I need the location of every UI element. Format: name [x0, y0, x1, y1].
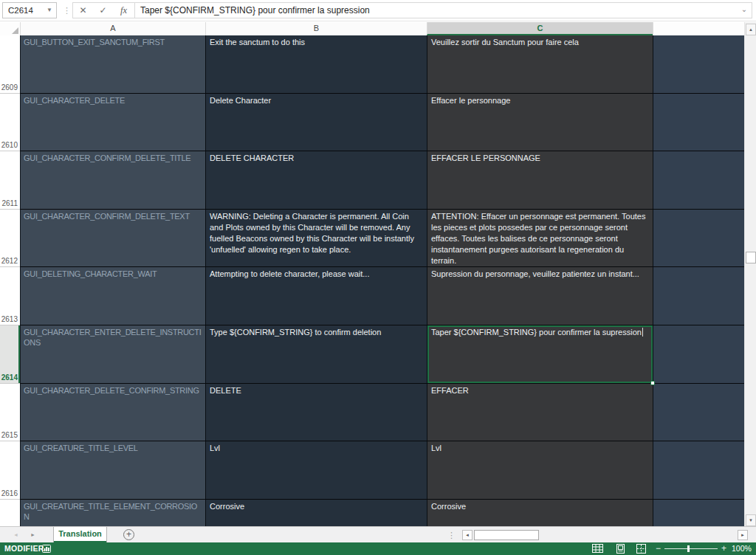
cell-key[interactable]: GUI_CHARACTER_CONFIRM_DELETE_TEXT — [20, 210, 205, 268]
active-cell-c2614[interactable]: Taper ${CONFIRM_STRING} pour confirmer l… — [427, 325, 653, 384]
macro-record-icon[interactable] — [42, 545, 51, 554]
zoom-out-icon[interactable]: − — [656, 542, 661, 554]
cell-key[interactable]: GUI_CREATURE_TITLE_LEVEL — [20, 441, 205, 500]
cell-key[interactable]: GUI_CHARACTER_CONFIRM_DELETE_TITLE — [20, 151, 205, 210]
formula-bar-handle-icon: ⋮ — [63, 3, 71, 18]
status-bar: MODIFIER — [0, 542, 756, 555]
zoom-level[interactable]: 100% — [732, 542, 752, 555]
table-row: 2611 GUI_CHARACTER_CONFIRM_DELETE_TITLE … — [0, 151, 744, 210]
table-row-selected: 2614 GUI_CHARACTER_ENTER_DELETE_INSTRUCT… — [0, 325, 744, 384]
row-header[interactable]: 2609 — [0, 35, 20, 94]
cell-empty[interactable] — [653, 441, 744, 500]
cell-french[interactable]: Supression du personnage, veuillez patie… — [427, 267, 653, 325]
formula-bar-row: C2614 ▼ ⋮ ✕ ✓ fx Taper ${CONFIRM_STRING}… — [0, 0, 756, 21]
cell-english[interactable]: Delete Character — [205, 94, 427, 152]
cell-empty[interactable] — [653, 210, 744, 268]
table-row: 2613 GUI_DELETING_CHARACTER_WAIT Attempt… — [0, 267, 744, 325]
select-all-corner[interactable] — [0, 22, 20, 35]
page-layout-view-icon[interactable] — [615, 544, 626, 555]
table-row: 2612 GUI_CHARACTER_CONFIRM_DELETE_TEXT W… — [0, 210, 744, 268]
cell-key[interactable]: GUI_DELETING_CHARACTER_WAIT — [20, 267, 205, 325]
cell-english[interactable]: Lvl — [205, 441, 427, 500]
cell-french[interactable]: Veuillez sortir du Sanctum pour faire ce… — [427, 35, 653, 94]
cell-french[interactable]: EFFACER LE PERSONNAGE — [427, 151, 653, 210]
cell-french[interactable]: ATTENTION: Effacer un personnage est per… — [427, 210, 653, 268]
sheet-tab-bar: ◄ ► Translation + ⋮ ◄ ► — [0, 526, 756, 542]
cell-english[interactable]: WARNING: Deleting a Character is permane… — [205, 210, 427, 268]
zoom-slider-track[interactable] — [664, 548, 718, 549]
vertical-scrollbar-thumb[interactable] — [746, 252, 756, 263]
cell-key[interactable]: GUI_CHARACTER_ENTER_DELETE_INSTRUCTIONS — [20, 325, 205, 384]
cell-english[interactable]: Corrosive — [205, 500, 427, 526]
horizontal-scrollbar-thumb[interactable] — [474, 530, 539, 540]
formula-bar: ✕ ✓ fx Taper ${CONFIRM_STRING} pour conf… — [72, 2, 752, 18]
table-row: 2617 GUI_CREATURE_TITLE_ELEMENT_CORROSIO… — [0, 500, 744, 526]
cell-empty[interactable] — [653, 94, 744, 152]
sheet-nav-right-icon[interactable]: ► — [30, 527, 35, 542]
enter-icon[interactable]: ✓ — [93, 3, 113, 18]
normal-view-icon[interactable] — [592, 544, 603, 554]
vertical-scrollbar[interactable]: ▲ ▼ — [744, 22, 756, 526]
insert-function-icon[interactable]: fx — [113, 3, 135, 18]
cell-mode-indicator: MODIFIER — [4, 542, 44, 555]
tab-translation[interactable]: Translation — [53, 527, 107, 542]
cell-english[interactable]: Attempting to delete character, please w… — [205, 267, 427, 325]
hscroll-right-icon[interactable]: ► — [738, 530, 748, 540]
cell-english[interactable]: DELETE CHARACTER — [205, 151, 427, 210]
formula-input[interactable]: Taper ${CONFIRM_STRING} pour confirmer l… — [135, 3, 737, 18]
row-header[interactable]: 2611 — [0, 151, 20, 210]
cell-empty[interactable] — [653, 500, 744, 526]
row-header[interactable]: 2613 — [0, 267, 20, 325]
table-row: 2610 GUI_CHARACTER_DELETE Delete Charact… — [0, 94, 744, 152]
fill-handle[interactable] — [650, 381, 655, 385]
zoom-in-icon[interactable]: + — [721, 542, 726, 554]
row-header[interactable]: 2612 — [0, 210, 20, 268]
select-all-icon — [12, 27, 18, 34]
column-header-row: A B C — [0, 22, 744, 35]
cell-french[interactable]: Corrosive — [427, 500, 653, 526]
table-row: 2615 GUI_CHARACTER_DELETE_CONFIRM_STRING… — [0, 384, 744, 442]
text-cursor — [642, 328, 643, 337]
cell-empty[interactable] — [653, 267, 744, 325]
column-header-a[interactable]: A — [20, 22, 205, 35]
cell-key[interactable]: GUI_CREATURE_TITLE_ELEMENT_CORROSION — [20, 500, 205, 526]
cell-key[interactable]: GUI_CHARACTER_DELETE — [20, 94, 205, 152]
row-header[interactable]: 2615 — [0, 384, 20, 442]
sheet-nav-left-icon[interactable]: ◄ — [13, 527, 18, 542]
column-header-c-selected[interactable]: C — [427, 22, 653, 35]
name-box-value: C2614 — [8, 6, 33, 15]
hscroll-left-icon[interactable]: ◄ — [462, 530, 472, 540]
cell-empty[interactable] — [653, 325, 744, 384]
cell-french[interactable]: Lvl — [427, 441, 653, 500]
row-header-selected[interactable]: 2614 — [0, 325, 20, 384]
column-header-filler — [653, 22, 744, 35]
cell-key[interactable]: GUI_CHARACTER_DELETE_CONFIRM_STRING — [20, 384, 205, 442]
worksheet-grid: 2609 GUI_BUTTON_EXIT_SANCTUM_FIRST Exit … — [0, 35, 744, 526]
name-box-dropdown-icon[interactable]: ▼ — [47, 3, 52, 18]
formula-bar-expand-icon[interactable]: ⌄ — [737, 3, 752, 18]
row-header[interactable]: 2610 — [0, 94, 20, 152]
column-header-b[interactable]: B — [205, 22, 427, 35]
scroll-up-icon[interactable]: ▲ — [746, 24, 756, 35]
add-sheet-icon[interactable]: + — [123, 529, 134, 540]
zoom-slider-thumb[interactable] — [687, 545, 690, 552]
row-header[interactable]: 2616 — [0, 441, 20, 500]
cell-english[interactable]: Exit the sanctum to do this — [205, 35, 427, 94]
cancel-icon[interactable]: ✕ — [73, 3, 93, 18]
cell-empty[interactable] — [653, 384, 744, 442]
name-box[interactable]: C2614 ▼ — [2, 2, 57, 18]
cell-empty[interactable] — [653, 35, 744, 94]
table-row: 2609 GUI_BUTTON_EXIT_SANCTUM_FIRST Exit … — [0, 35, 744, 94]
cell-french[interactable]: EFFACER — [427, 384, 653, 442]
cell-english[interactable]: DELETE — [205, 384, 427, 442]
scroll-down-icon[interactable]: ▼ — [746, 514, 756, 526]
table-row: 2616 GUI_CREATURE_TITLE_LEVEL Lvl Lvl — [0, 441, 744, 500]
tab-splitter-handle-icon[interactable]: ⋮ — [447, 528, 456, 542]
cell-english[interactable]: Type ${CONFIRM_STRING} to confirm deleti… — [205, 325, 427, 384]
cell-key[interactable]: GUI_BUTTON_EXIT_SANCTUM_FIRST — [20, 35, 205, 94]
spreadsheet-app: C2614 ▼ ⋮ ✕ ✓ fx Taper ${CONFIRM_STRING}… — [0, 0, 756, 555]
page-break-view-icon[interactable] — [636, 544, 647, 555]
cell-empty[interactable] — [653, 151, 744, 210]
cell-french[interactable]: Effacer le personnage — [427, 94, 653, 152]
row-header[interactable]: 2617 — [0, 500, 20, 526]
